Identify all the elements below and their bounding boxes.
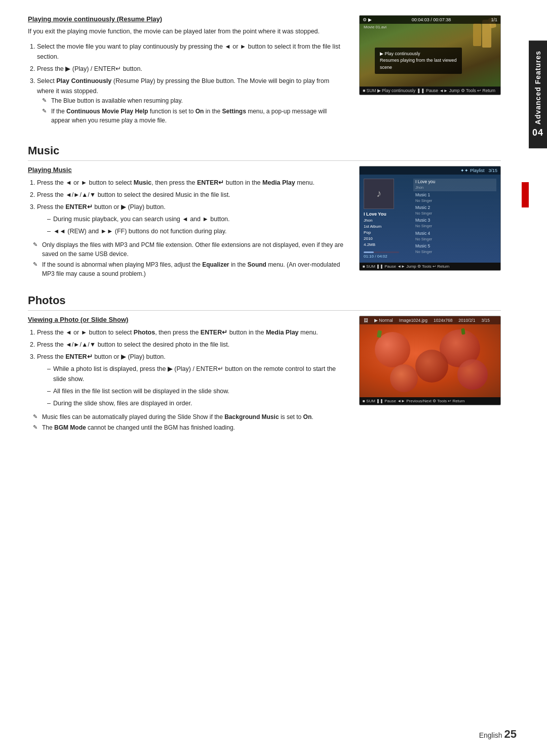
resume-notes: The Blue button is available when resumi…	[37, 96, 344, 125]
music-dash-2: ◄◄ (REW) and ►► (FF) buttons do not func…	[47, 226, 344, 236]
current-song: I Love You	[364, 211, 409, 218]
photo-dash-2: All files in the file list section will …	[47, 386, 344, 396]
chapter-number: 04	[532, 128, 543, 138]
photo-top-bar: 🖼 ▶ Normal Image1024.jpg 1024x768 2010/2…	[360, 316, 500, 324]
photos-notes: Music files can be automatically played …	[28, 412, 344, 432]
photo-note-1: Music files can be automatically played …	[33, 412, 344, 422]
resume-play-title: Playing movie continuously (Resume Play)	[28, 15, 344, 23]
track-name-2: Music 2	[415, 205, 494, 211]
genre: Pop	[364, 230, 409, 236]
photo-dash-3: During the slide show, files are display…	[47, 398, 344, 408]
music-content-area: ♪ I Love You Jhon 1st Album Pop 2010 4.2…	[360, 175, 500, 263]
overlay-title: ▶ Play continuously	[380, 51, 457, 58]
resume-note-1: The Blue button is available when resumi…	[42, 96, 344, 105]
movie-bottom-bar: ■ SUM ▶ Play continuously ❚❚ Pause ◄► Ju…	[360, 87, 500, 95]
resume-play-section: Playing movie continuously (Resume Play)…	[28, 15, 501, 129]
music-controls: ■ SUM ❚❚ Pause ◄► Jump ⚙ Tools ↩ Return	[363, 264, 449, 269]
music-visual: ✦✦ Playlist 3/15 ♪ I Love You Jhon 1st A…	[360, 166, 500, 263]
music-info: I Love You Jhon 1st Album Pop 2010 4.2MB	[364, 211, 409, 248]
photo-date: 2010/2/1	[458, 318, 475, 323]
viewing-photo-title: Viewing a Photo (or Slide Show)	[28, 316, 344, 323]
track-artist-2: No Singer	[415, 211, 494, 217]
photos-title: Photos	[28, 294, 501, 311]
photo-controls: ■ SUM ❚❚ Pause ◄► Previous/Next ⚙ Tools …	[363, 399, 464, 403]
music-text: Playing Music Press the ◄ or ► button to…	[28, 166, 344, 280]
main-content: Playing movie continuously (Resume Play)…	[0, 0, 529, 478]
photo-dash-1: While a photo list is displayed, press t…	[47, 364, 344, 384]
track-name-3: Music 3	[415, 218, 494, 224]
photos-steps: Press the ◄ or ► button to select Photos…	[28, 327, 344, 408]
music-section: Music Playing Music Press the ◄ or ► but…	[28, 144, 501, 280]
movie-track: 1/1	[491, 17, 497, 22]
chapter-tab: 04 Advanced Features	[529, 40, 547, 148]
page-number: 25	[504, 728, 517, 740]
music-step-2: Press the ◄/►/▲/▼ button to select the d…	[37, 190, 344, 200]
playlist-item-1: Music 1 No Singer	[413, 191, 496, 204]
photos-step-3: Press the ENTER↵ button or ▶ (Play) butt…	[37, 352, 344, 408]
playlist-item-3: Music 3 No Singer	[413, 217, 496, 230]
playlist-label: ✦✦ Playlist	[460, 168, 484, 173]
movie-time: 00:04:03 / 00:07:38	[412, 17, 451, 22]
photos-body: Viewing a Photo (or Slide Show) Press th…	[28, 316, 501, 434]
movie-overlay: ▶ Play continuously Resumes playing from…	[375, 48, 462, 74]
photo-track: 3/15	[481, 318, 490, 323]
photo-resolution: 1024x768	[434, 318, 452, 323]
movie-screen-visual: ⚙ ▶ 00:04:03 / 00:07:38 1/1 Movie 01.avi…	[360, 16, 500, 87]
music-bottom-bar: ■ SUM ❚❚ Pause ◄► Jump ⚙ Tools ↩ Return	[360, 263, 500, 270]
playlist-item-5: Music 5 No Singer	[413, 243, 496, 256]
track-artist-5: No Singer	[415, 249, 494, 255]
track-name-5: Music 5	[415, 243, 494, 249]
music-title: Music	[28, 144, 501, 161]
photo-visual: 🖼 ▶ Normal Image1024.jpg 1024x768 2010/2…	[360, 316, 500, 397]
photos-step-1: Press the ◄ or ► button to select Photos…	[37, 327, 344, 338]
page-footer: English 25	[479, 728, 517, 741]
photo-note-2: The BGM Mode cannot be changed until the…	[33, 423, 344, 432]
music-screenshot: ✦✦ Playlist 3/15 ♪ I Love You Jhon 1st A…	[359, 166, 501, 280]
track-name-4: Music 4	[415, 231, 494, 237]
photos-section: Photos Viewing a Photo (or Slide Show) P…	[28, 294, 501, 434]
track-name-0: I Love you	[415, 179, 494, 185]
music-notes: Only displays the files with MP3 and PCM…	[28, 240, 344, 278]
album-name: 1st Album	[364, 224, 409, 230]
bookmark-tab	[522, 182, 529, 207]
language-label: English	[479, 731, 502, 739]
music-step-3: Press the ENTER↵ button or ▶ (Play) butt…	[37, 202, 344, 236]
music-body: Playing Music Press the ◄ or ► button to…	[28, 166, 501, 280]
playing-music-title: Playing Music	[28, 166, 344, 174]
movie-filename: Movie 01.avi	[364, 25, 386, 29]
file-size: 4.2MB	[364, 242, 409, 248]
apple-background	[360, 324, 500, 397]
music-note-1: Only displays the files with MP3 and PCM…	[33, 240, 344, 259]
current-artist: Jhon	[364, 218, 409, 224]
resume-play-text: Playing movie continuously (Resume Play)…	[28, 15, 344, 129]
music-time: 01:10 / 04:02	[364, 251, 409, 259]
resume-play-steps: Select the movie file you want to play c…	[28, 41, 344, 125]
resume-play-intro: If you exit the playing movie function, …	[28, 27, 344, 36]
year: 2010	[364, 236, 409, 242]
track-artist-1: No Singer	[415, 198, 494, 204]
music-step-1: Press the ◄ or ► button to select Music,…	[37, 178, 344, 188]
time-display: 01:10 / 04:02	[364, 254, 387, 259]
music-playlist-panel: I Love you Jhon Music 1 No Singer Music …	[413, 179, 496, 259]
track-artist-4: No Singer	[415, 237, 494, 242]
music-dash-notes: During music playback, you can search us…	[37, 214, 344, 236]
track-artist-3: No Singer	[415, 224, 494, 229]
photos-dash-notes: While a photo list is displayed, press t…	[37, 364, 344, 408]
photo-tv-screen: 🖼 ▶ Normal Image1024.jpg 1024x768 2010/2…	[359, 316, 501, 405]
music-steps: Press the ◄ or ► button to select Music,…	[28, 178, 344, 236]
album-art: ♪	[364, 179, 394, 209]
resume-step-1: Select the movie file you want to play c…	[37, 41, 344, 62]
track-count: 3/15	[488, 168, 497, 173]
movie-icon: ⚙ ▶	[363, 17, 372, 22]
track-artist-0: Jhon	[415, 185, 494, 191]
playlist-item-4: Music 4 No Singer	[413, 230, 496, 242]
music-dash-1: During music playback, you can search us…	[47, 214, 344, 224]
playlist-item-0: I Love you Jhon	[413, 179, 496, 191]
photo-icon: 🖼	[364, 318, 368, 323]
resume-play-screenshot: ⚙ ▶ 00:04:03 / 00:07:38 1/1 Movie 01.avi…	[359, 15, 501, 129]
resume-step-2: Press the ▶ (Play) / ENTER↵ button.	[37, 64, 344, 74]
music-note-2: If the sound is abnormal when playing MP…	[33, 260, 344, 278]
overlay-subtitle: Resumes playing from the last viewedscen…	[380, 57, 457, 71]
photos-step-2: Press the ◄/►/▲/▼ button to select the d…	[37, 340, 344, 350]
playlist-item-2: Music 2 No Singer	[413, 204, 496, 217]
